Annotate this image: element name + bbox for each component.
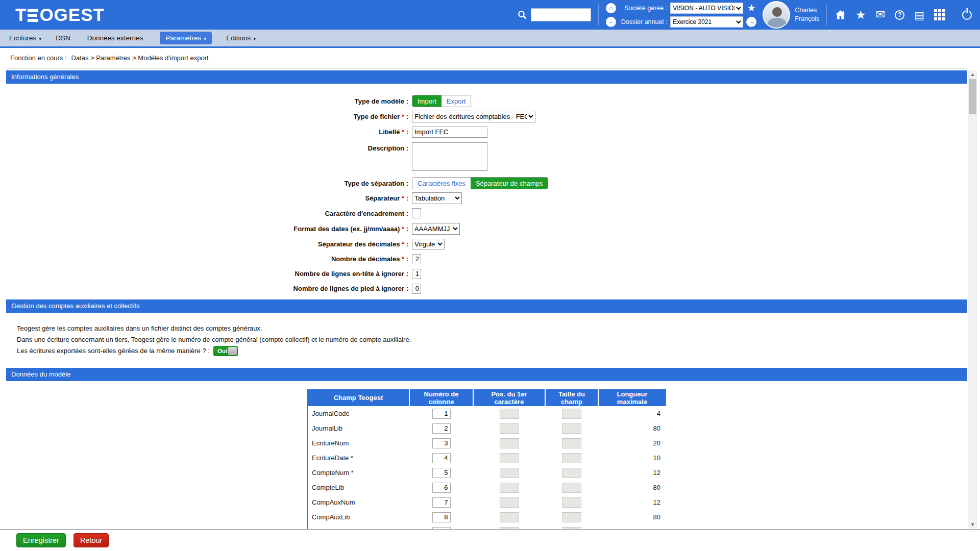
table-row: JournalLib 80 [307,421,666,436]
breadcrumb-label: Fonction en cours : [10,54,67,62]
col-number-input[interactable] [432,438,451,448]
avatar[interactable] [763,1,790,29]
max-length: 80 [598,510,666,524]
app-logo[interactable]: T OGEST [15,5,105,25]
context-selectors: ⌂ Société gérée : VISION - AUTO VISION ★… [606,2,756,28]
max-length: 80 [598,480,666,495]
scrollbar-thumb[interactable] [969,79,976,114]
type-fichier-select[interactable]: Fichier des écritures comptables - FEC [412,111,535,122]
col-header-position: Pos. du 1er caractère [473,389,545,406]
separateur-select[interactable]: Tabulation [412,192,462,204]
favorite-star-icon[interactable]: ★ [746,2,756,14]
taille-input [562,438,581,448]
field-name: JournalCode [307,406,409,421]
scroll-up-button[interactable]: ▲ [968,70,977,79]
search-icon [518,10,527,19]
company-home-icon[interactable]: ⌂ [606,3,616,13]
user-last-name: François [795,15,819,23]
export-button[interactable]: Export [442,95,471,107]
company-select[interactable]: VISION - AUTO VISION [670,3,743,14]
aux-toggle[interactable]: Oui [213,346,238,356]
separateur-champs-button[interactable]: Séparateur de champs [471,178,548,189]
col-header-taille: Taille du champ [545,389,598,406]
pos-input [500,438,519,448]
table-row: JournalCode 4 [307,406,666,421]
header-divider [826,4,827,26]
vertical-scrollbar[interactable]: ▲ ▼ [968,70,977,529]
col-number-input[interactable] [432,409,451,419]
aux-line-1: Teogest gère les comptes auxiliaires dan… [17,323,967,334]
user-first-name: Charles [795,6,819,15]
col-number-input[interactable] [432,512,451,522]
lignes-pied-input[interactable] [412,284,421,294]
col-number-input[interactable] [432,497,451,508]
company-label: Société gérée : [619,5,667,12]
aux-toggle-label: Oui [217,348,227,354]
pos-input [500,468,519,478]
menu-donnees-externes[interactable]: Données externes [87,34,146,42]
col-number-input[interactable] [432,453,451,463]
notes-icon[interactable]: ▤ [914,10,924,20]
format-dates-label: Format des dates (ex. jj/mm/aaaa) * : [6,225,408,233]
format-dates-select[interactable]: AAAAMMJJ [412,223,460,235]
max-length: 12 [598,465,666,480]
pos-input [500,512,519,522]
header-icon-bar: ★ ✉ ? ▤ [835,9,972,21]
table-row: CompAuxNum 12 [307,495,666,510]
caret-down-icon: ▾ [204,36,206,41]
taille-input [562,409,581,419]
lignes-entete-input[interactable] [412,269,421,279]
scroll-down-button[interactable]: ▼ [968,520,977,529]
mail-icon[interactable]: ✉ [876,9,885,20]
sep-decimales-select[interactable]: Virgule [412,239,445,249]
home-icon[interactable] [835,10,846,20]
folder-label: Dossier annuel : [619,18,667,26]
menu-parametres[interactable]: Paramètres▾ [160,32,212,44]
field-name: EcritureNum [307,436,409,450]
folder-forward-icon[interactable]: → [746,17,756,27]
field-name: CompAuxLib [307,510,409,524]
type-separation-segmented: Caractères fixes Séparateur de champs [412,177,548,189]
fiscal-year-select[interactable]: Exercice 2021 [670,16,743,28]
nb-decimales-input[interactable] [412,254,421,264]
search-input[interactable] [531,8,591,21]
encadrement-input[interactable] [412,208,421,218]
menu-dsn[interactable]: DSN [56,34,73,42]
logo-e-bars-icon [28,9,38,22]
max-length: 12 [598,495,666,510]
table-row: CompAuxLib 80 [307,510,666,524]
save-button[interactable]: Enregistrer [16,533,66,547]
libelle-input[interactable] [412,127,487,138]
separateur-label: Séparateur * : [6,194,408,202]
favorites-icon[interactable]: ★ [855,9,866,21]
max-length: 10 [598,450,666,465]
help-icon[interactable]: ? [895,10,904,20]
type-modele-label: Type de modèle : [6,97,408,105]
user-name: Charles François [795,6,819,23]
pos-input [500,497,519,508]
section-informations-generales: Informations générales [6,70,967,84]
col-number-input[interactable] [432,468,451,478]
menu-editions[interactable]: Editions▾ [226,34,256,42]
menu-ecritures[interactable]: Ecritures▾ [9,34,41,42]
back-button[interactable]: Retour [74,533,109,547]
main-menu: Ecritures▾ DSN Données externes Paramètr… [0,30,980,48]
table-row: EcritureNum 20 [307,436,666,450]
aux-question: Les écritures exportées sont-elles gérée… [17,345,210,357]
col-header-champ: Champ Teogest [307,389,409,406]
logout-power-icon[interactable] [962,10,972,20]
teogest-app: T OGEST ⌂ Société gérée : VISION - AUTO … [0,0,980,551]
libelle-label: Libellé * : [6,128,408,136]
apps-grid-icon[interactable] [934,9,945,20]
main-content: Informations générales Type de modèle : … [6,70,967,539]
col-number-input[interactable] [432,483,451,493]
description-textarea[interactable] [412,142,487,171]
taille-input [562,423,581,434]
app-header: T OGEST ⌂ Société gérée : VISION - AUTO … [0,0,980,30]
folder-back-icon[interactable]: ← [606,17,616,27]
col-number-input[interactable] [432,423,451,434]
caracteres-fixes-button[interactable]: Caractères fixes [412,178,471,189]
aux-line-2: Dans une écriture concernant un tiers, T… [17,334,967,345]
toggle-knob [228,347,237,355]
import-button[interactable]: Import [412,95,442,107]
